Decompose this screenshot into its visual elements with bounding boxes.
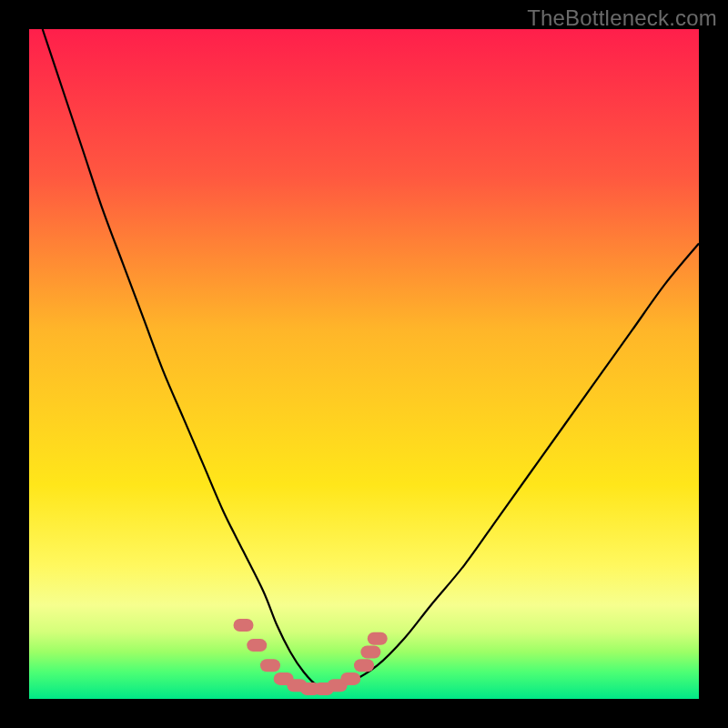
marker-dot	[340, 672, 360, 685]
chart-frame: TheBottleneck.com	[0, 0, 728, 728]
plot-area	[29, 29, 699, 699]
gradient-background	[29, 29, 699, 699]
marker-dot	[234, 619, 254, 632]
chart-svg	[29, 29, 699, 699]
watermark-text: TheBottleneck.com	[527, 5, 717, 31]
marker-dot	[260, 659, 280, 672]
marker-dot	[368, 632, 388, 645]
marker-dot	[247, 639, 267, 652]
marker-dot	[360, 645, 380, 658]
marker-dot	[354, 659, 374, 672]
